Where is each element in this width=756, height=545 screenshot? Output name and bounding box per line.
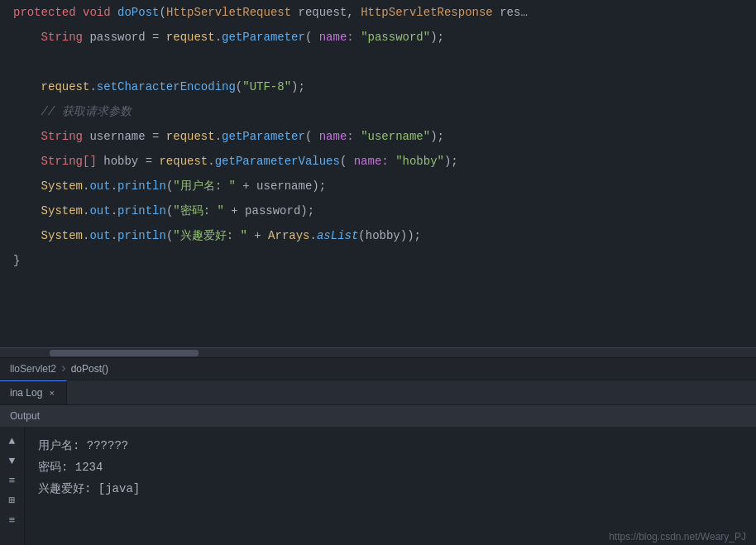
string-hobby-label: "兴趣爱好: " xyxy=(173,223,247,248)
method-getparameter2: getParameter xyxy=(222,124,305,149)
comment-getparams: // 获取请求参数 xyxy=(41,99,132,124)
type-string2: String xyxy=(41,124,83,149)
code-scrollbar-thumb[interactable] xyxy=(50,350,199,356)
code-line-10: System . out . println ( "兴趣爱好: " + Arra… xyxy=(0,223,756,248)
output-body: ▲ ▼ ≡ ⊞ ≡ 用户名: ?????? 密码: 1234 兴趣爱好: [ja… xyxy=(0,427,756,545)
breadcrumb-separator: › xyxy=(60,361,68,376)
named-param: name: xyxy=(312,25,353,50)
class-system2: System xyxy=(41,198,83,223)
class-arrays: Arrays xyxy=(268,223,309,248)
type-stringarr: String[] xyxy=(41,149,97,174)
output-line-1: 用户名: ?????? xyxy=(38,435,743,457)
tab-bar: ina Log × xyxy=(0,380,756,405)
field-out3: out xyxy=(89,223,110,248)
class-system: System xyxy=(41,174,83,198)
code-line-6: String username = request . getParameter… xyxy=(0,124,756,149)
code-editor: protected void doPost ( HttpServletReque… xyxy=(0,0,756,347)
watermark: https://blog.csdn.net/Weary_PJ xyxy=(609,526,746,545)
method-aslist: asList xyxy=(317,223,358,248)
code-line-3 xyxy=(0,50,756,74)
method-getparameter: getParameter xyxy=(222,25,305,50)
type-httpservletresponse: HttpServletResponse xyxy=(361,0,493,25)
app-root: protected void doPost ( HttpServletReque… xyxy=(0,0,756,545)
expand-icon[interactable]: ⊞ xyxy=(5,493,20,508)
string-hobby: "hobby" xyxy=(395,149,444,174)
more-icon[interactable]: ≡ xyxy=(5,513,20,528)
method-println1: println xyxy=(117,174,166,198)
obj-request: request xyxy=(166,25,215,50)
method-getparametervalues: getParameterValues xyxy=(215,149,340,174)
obj-request3: request xyxy=(166,124,215,149)
scroll-up-icon[interactable]: ▲ xyxy=(5,433,20,448)
output-header: Output xyxy=(0,405,756,427)
code-line-7: String[] hobby = request . getParameterV… xyxy=(0,149,756,174)
breadcrumb-class: lloServlet2 xyxy=(10,363,56,375)
string-pwd-label: "密码: " xyxy=(173,198,224,223)
class-system3: System xyxy=(41,223,83,248)
string-password: "password" xyxy=(361,25,430,50)
output-label: Output xyxy=(10,410,40,422)
output-line-2: 密码: 1234 xyxy=(38,457,743,478)
tab-label: ina Log xyxy=(10,387,42,399)
field-out: out xyxy=(89,174,110,198)
method-println3: println xyxy=(117,223,166,248)
keyword-protected: protected xyxy=(13,0,76,25)
obj-request4: request xyxy=(159,149,208,174)
keyword-void: void xyxy=(83,0,111,25)
code-line-4: request . setCharacterEncoding ( "UTF-8"… xyxy=(0,74,756,99)
type-httpservletrequest: HttpServletRequest xyxy=(166,0,291,25)
output-content: 用户名: ?????? 密码: 1234 兴趣爱好: [java] https:… xyxy=(25,427,756,545)
code-line-5: // 获取请求参数 xyxy=(0,99,756,124)
breadcrumb-method: doPost() xyxy=(71,363,108,375)
output-gutter: ▲ ▼ ≡ ⊞ ≡ xyxy=(0,427,25,545)
output-line-3: 兴趣爱好: [java] xyxy=(38,478,743,500)
string-username: "username" xyxy=(361,124,430,149)
tab-inalog[interactable]: ina Log × xyxy=(0,380,67,404)
type-string: String xyxy=(41,25,83,50)
method-dopost: doPost xyxy=(117,0,159,25)
named-param3: name: xyxy=(347,149,388,174)
code-scrollbar[interactable] xyxy=(0,347,756,357)
named-param2: name: xyxy=(312,124,353,149)
method-println2: println xyxy=(117,198,166,223)
code-line-2: String password = request . getParameter… xyxy=(0,25,756,50)
code-line-1: protected void doPost ( HttpServletReque… xyxy=(0,0,756,25)
tab-close-button[interactable]: × xyxy=(47,388,55,398)
string-utf8: "UTF-8" xyxy=(242,74,291,99)
obj-request2: request xyxy=(41,74,90,99)
wrap-icon[interactable]: ≡ xyxy=(5,473,20,488)
string-username-label: "用户名: " xyxy=(173,174,236,198)
scroll-down-icon[interactable]: ▼ xyxy=(5,453,20,468)
code-line-11: } xyxy=(0,248,756,273)
field-out2: out xyxy=(89,198,110,223)
code-line-8: System . out . println ( "用户名: " + usern… xyxy=(0,174,756,198)
method-setcharacterencoding: setCharacterEncoding xyxy=(97,74,236,99)
bottom-panel: ina Log × Output ▲ ▼ ≡ ⊞ ≡ 用户名: ?????? 密… xyxy=(0,380,756,545)
breadcrumb-bar: lloServlet2 › doPost() xyxy=(0,357,756,380)
code-line-9: System . out . println ( "密码: " + passwo… xyxy=(0,198,756,223)
